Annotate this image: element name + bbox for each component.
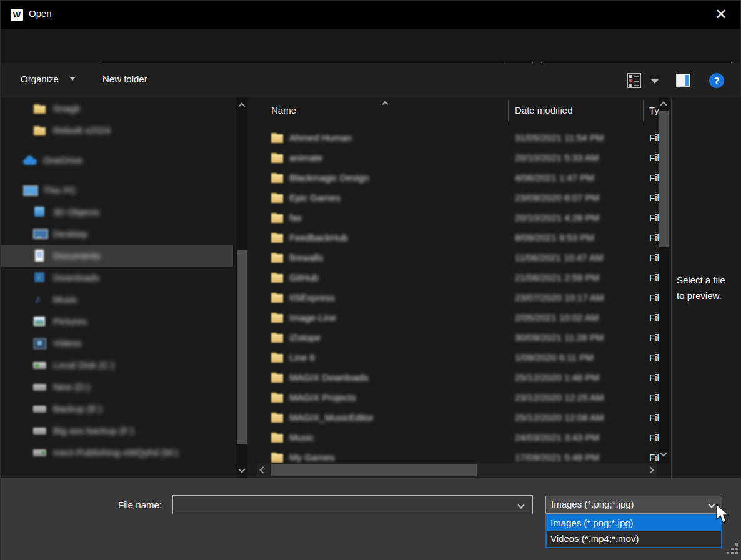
column-header-date-modified[interactable]: Date modified <box>515 105 573 115</box>
title-bar: W Open ✕ <box>1 1 740 29</box>
file-date-modified: 1/09/2020 6:11 PM <box>515 352 594 363</box>
sidebar-item[interactable]: Big ass backup (F:) <box>1 420 233 441</box>
scroll-right-icon[interactable] <box>647 466 654 473</box>
file-name-label: File name: <box>118 499 162 510</box>
details-view-icon[interactable] <box>627 73 641 88</box>
column-divider[interactable] <box>508 100 509 121</box>
file-row[interactable]: MAGIX_MusicEditor 25/12/2020 12:08 AM Fi… <box>257 408 659 428</box>
file-date-modified: 21/06/2021 2:59 PM <box>515 272 599 283</box>
views-dropdown-chevron-icon[interactable] <box>651 79 659 84</box>
file-row[interactable]: firewalls 11/06/2021 10:47 AM File folde… <box>257 248 659 268</box>
sidebar-item[interactable]: Rebuilt x2024 <box>1 119 233 141</box>
sidebar-item-label: Backup (E:) <box>53 403 102 414</box>
organize-button[interactable]: Organize <box>21 74 59 84</box>
file-name-history-chevron-icon[interactable] <box>517 501 524 508</box>
sidebar-item[interactable]: Desktop <box>1 223 233 245</box>
sidebar-item[interactable]: Backup (E:) <box>1 398 233 420</box>
file-list: Name Date modified Type Ahmed Human 31/0… <box>257 97 659 463</box>
window-resize-grip-icon[interactable] <box>725 543 738 556</box>
file-row[interactable]: Line 6 1/09/2020 6:11 PM File folder <box>257 348 659 368</box>
scroll-up-icon[interactable] <box>660 101 667 108</box>
file-row[interactable]: fax 20/10/2021 4:28 PM File folder <box>257 209 659 228</box>
open-dialog-window: W Open ✕ ← → ↑ This PC Documents ↻ Searc… <box>0 0 741 560</box>
file-date-modified: 31/05/2021 11:54 PM <box>515 132 604 143</box>
sidebar-item-icon <box>23 154 37 167</box>
file-row[interactable]: MAGIX Downloads 25/12/2020 1:46 PM File … <box>257 368 659 388</box>
column-divider[interactable] <box>643 100 644 121</box>
file-name: fax <box>289 212 302 223</box>
file-row[interactable]: My Games 17/09/2021 5:48 PM File folder <box>257 448 659 463</box>
file-row[interactable]: IISExpress 23/07/2020 10:17 AM File fold… <box>257 288 659 308</box>
sidebar-item[interactable]: Documents <box>1 245 233 267</box>
close-icon[interactable]: ✕ <box>710 4 732 26</box>
preview-pane-icon[interactable] <box>676 74 690 87</box>
sidebar-item-icon <box>33 206 47 219</box>
horizontal-scrollbar-thumb[interactable] <box>271 464 477 476</box>
file-name-input[interactable] <box>172 495 533 514</box>
column-header-type[interactable]: Type <box>649 105 659 115</box>
sidebar-item-icon <box>33 359 47 371</box>
help-icon[interactable]: ? <box>709 73 724 88</box>
file-type: File folder <box>649 172 659 183</box>
scroll-down-icon[interactable] <box>238 466 245 473</box>
file-type-dropdown-list: Images (*.png;*.jpg) Videos (*.mp4;*.mov… <box>545 514 722 548</box>
file-name: iZotope <box>289 332 321 343</box>
sidebar-item[interactable]: This PC <box>1 179 233 201</box>
file-name: Blackmagic Design <box>289 172 369 183</box>
sidebar-item-label: Snagit <box>53 103 80 114</box>
file-date-modified: 4/06/2021 1:47 PM <box>515 172 594 183</box>
file-name: Music <box>289 432 314 443</box>
sidebar-item[interactable]: Downloads <box>1 267 233 288</box>
preview-divider <box>671 97 672 478</box>
scroll-left-icon[interactable] <box>259 466 266 473</box>
sidebar-item-icon <box>33 228 47 240</box>
file-name: Line 6 <box>289 352 315 363</box>
sidebar-scrollbar-thumb[interactable] <box>237 250 247 444</box>
sidebar-item-label: Documents <box>53 250 101 261</box>
file-type: File folder <box>649 312 659 323</box>
sidebar-item[interactable]: 3D Objects <box>1 201 233 223</box>
scroll-up-icon[interactable] <box>238 102 245 109</box>
file-row[interactable]: iZotope 30/09/2021 11:28 PM File folder <box>257 328 659 348</box>
file-row[interactable]: Music 24/03/2021 3:43 PM File folder <box>257 428 659 448</box>
horizontal-scrollbar[interactable] <box>257 463 657 477</box>
sidebar-item-label: Rebuilt x2024 <box>53 125 111 135</box>
folder-icon <box>271 173 284 184</box>
file-row[interactable]: GitHub 21/06/2021 2:59 PM File folder <box>257 268 659 288</box>
file-row[interactable]: Ahmed Human 31/05/2021 11:54 PM File fol… <box>257 129 659 149</box>
file-row[interactable]: FeedbackHub 8/09/2021 9:53 PM File folde… <box>257 228 659 248</box>
sidebar-item-label: Local Disk (C:) <box>53 360 114 370</box>
sidebar-item[interactable]: Music <box>1 288 233 310</box>
sidebar-scrollbar[interactable] <box>236 97 247 478</box>
file-date-modified: 17/09/2021 5:48 PM <box>515 452 599 463</box>
file-type: File folder <box>649 452 659 463</box>
folder-icon <box>271 273 284 283</box>
sidebar-item[interactable]: Videos <box>1 332 233 354</box>
file-list-scrollbar[interactable] <box>659 97 669 463</box>
file-row[interactable]: Image-Line 2/05/2021 10:02 AM File folde… <box>257 308 659 328</box>
file-type-option-label: Images (*.png;*.jpg) <box>550 518 634 528</box>
sidebar-item[interactable]: mect-Publishing-xWQyhd (M:) <box>1 441 233 463</box>
folder-icon <box>271 353 284 363</box>
file-date-modified: 24/03/2021 3:43 PM <box>515 432 599 443</box>
file-list-scrollbar-thumb[interactable] <box>659 111 669 247</box>
sidebar-item[interactable]: Local Disk (C:) <box>1 354 233 376</box>
file-row[interactable]: Blackmagic Design 4/06/2021 1:47 PM File… <box>257 169 659 189</box>
file-type: File folder <box>649 272 659 283</box>
sidebar-item-icon <box>33 124 47 137</box>
new-folder-button[interactable]: New folder <box>102 74 147 84</box>
file-type-option[interactable]: Videos (*.mp4;*.mov) <box>547 531 721 547</box>
scroll-down-icon[interactable] <box>660 449 667 456</box>
sidebar-item[interactable]: New (D:) <box>1 376 233 398</box>
sidebar-item[interactable]: OneDrive <box>1 149 233 171</box>
column-header-name[interactable]: Name <box>271 105 296 115</box>
file-row[interactable]: Epic Games 23/09/2020 8:07 PM File folde… <box>257 189 659 209</box>
navigation-sidebar: Snagit Rebuilt x2024 OneDrive This PC 3D… <box>1 97 236 478</box>
file-row[interactable]: MAGIX Projects 23/12/2020 12:25 AM File … <box>257 388 659 408</box>
sidebar-item[interactable]: Pictures <box>1 310 233 332</box>
sidebar-item[interactable]: Snagit <box>1 97 233 119</box>
file-type-option[interactable]: Images (*.png;*.jpg) <box>547 516 721 531</box>
word-app-icon: W <box>11 9 23 21</box>
file-row[interactable]: animate 20/10/2021 5:33 AM File folder <box>257 149 659 169</box>
file-type-combobox[interactable]: Images (*.png;*.jpg) <box>545 496 722 514</box>
